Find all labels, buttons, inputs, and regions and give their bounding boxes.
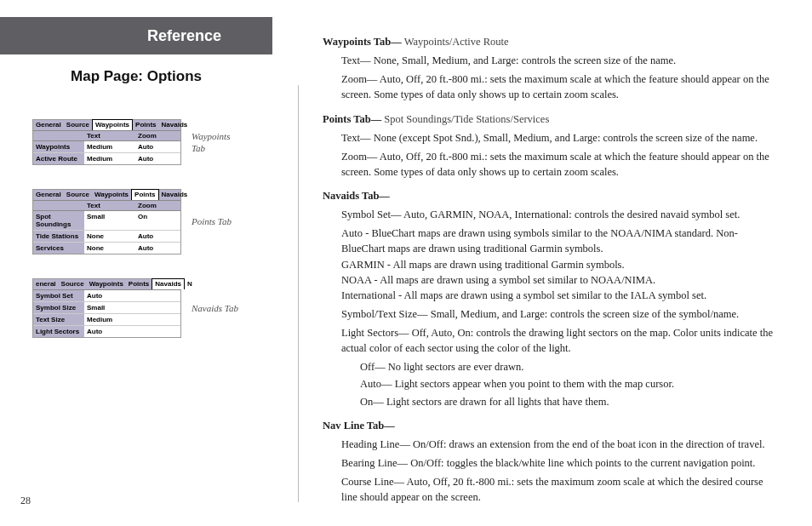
device-tab: Navaids [159, 120, 191, 130]
body-line: Auto - BlueChart maps are drawn using sy… [341, 227, 738, 254]
body-text: Course Line— Auto, Off, 20 ft.-800 mi.: … [341, 474, 778, 505]
row-label: Spot Soundings [33, 211, 84, 230]
body-text: Bearing Line— On/Off: toggles the black/… [341, 455, 778, 471]
screenshot-caption: Waypoints Tab [192, 130, 243, 155]
row-zoom: Auto [135, 141, 178, 152]
body-line: NOAA - All maps are drawn using a symbol… [341, 274, 655, 286]
row-zoom: Auto [135, 153, 178, 164]
device-row: Tide Stations None Auto [33, 231, 180, 243]
section-subtitle: Spot Soundings/Tide Stations/Services [381, 113, 549, 125]
col-blank [33, 201, 84, 210]
section-title: Navaids Tab— [323, 190, 390, 202]
body-text: Zoom— Auto, Off, 20 ft.-800 mi.: sets th… [341, 71, 778, 102]
row-val: Small [84, 302, 178, 313]
row-label: Waypoints [33, 141, 84, 152]
device-row: Active Route Medium Auto [33, 153, 180, 164]
screenshot-caption: Points Tab [192, 215, 243, 227]
section-navline: Nav Line Tab— Heading Line— On/Off: draw… [323, 418, 778, 506]
screenshot-row-waypoints: General Source Waypoints Points Navaids … [32, 119, 272, 165]
screenshot-row-points: General Source Waypoints Points Navaids … [32, 189, 272, 254]
page-root: Reference Map Page: Options General Sour… [0, 0, 812, 526]
device-header: Text Zoom [33, 201, 180, 211]
page-number: 28 [20, 495, 31, 507]
row-val: Auto [84, 290, 178, 301]
device-tabs: eneral Source Waypoints Points Navaids N [33, 279, 180, 290]
section-title: Nav Line Tab— [323, 420, 395, 432]
row-val: Auto [84, 326, 178, 337]
body-text-sub: Auto— Light sectors appear when you poin… [360, 376, 778, 392]
col-text: Text [84, 201, 135, 210]
device-tabs: General Source Waypoints Points Navaids [33, 120, 180, 131]
body-line: GARMIN - All maps are drawn using tradit… [341, 259, 625, 271]
right-column: Waypoints Tab— Waypoints/Active Route Te… [299, 0, 812, 526]
device-tab: N [185, 279, 195, 289]
device-tabs: General Source Waypoints Points Navaids [33, 190, 180, 201]
device-tab: General [33, 120, 64, 130]
body-text: Auto - BlueChart maps are drawn using sy… [341, 226, 778, 303]
row-label: Symbol Size [33, 302, 84, 313]
body-text: Heading Line— On/Off: draws an extension… [341, 437, 778, 452]
body-text-sub: Off— No light sectors are ever drawn. [360, 359, 778, 374]
row-label: Text Size [33, 314, 84, 325]
reference-bar: Reference [0, 17, 272, 54]
body-text: Zoom— Auto, Off, 20 ft.-800 mi.: sets th… [341, 149, 778, 180]
body-text-sub: On— Light sectors are drawn for all ligh… [360, 394, 778, 409]
page-subtitle: Map Page: Options [0, 68, 272, 85]
device-row: Symbol Set Auto [33, 290, 180, 302]
device-header: Text Zoom [33, 131, 180, 141]
row-text: Medium [84, 141, 135, 152]
row-text: None [84, 243, 135, 254]
device-tab: Waypoints [87, 279, 126, 289]
row-zoom: Auto [135, 231, 178, 242]
col-zoom: Zoom [135, 131, 178, 140]
body-text: Symbol/Text Size— Small, Medium, and Lar… [341, 306, 778, 322]
device-tab-selected: Points [131, 189, 158, 200]
screenshot-stack: General Source Waypoints Points Navaids … [0, 119, 272, 338]
row-text: None [84, 231, 135, 242]
body-text: Light Sectors— Off, Auto, On: controls t… [341, 325, 778, 356]
row-label: Tide Stations [33, 231, 84, 242]
device-tab: eneral [33, 279, 59, 289]
screenshot-caption: Navaids Tab [192, 302, 243, 314]
row-val: Medium [84, 314, 178, 325]
row-label: Light Sectors [33, 326, 84, 337]
device-tab: Source [64, 120, 92, 130]
col-zoom: Zoom [135, 201, 178, 210]
body-line: International - All maps are drawn using… [341, 289, 706, 301]
col-text: Text [84, 131, 135, 140]
row-label: Symbol Set [33, 290, 84, 301]
device-tab: Waypoints [92, 190, 131, 200]
section-title: Waypoints Tab— [323, 36, 402, 48]
row-text: Small [84, 211, 135, 230]
body-text: Symbol Set— Auto, GARMIN, NOAA, Internat… [341, 207, 778, 222]
section-title: Points Tab— [323, 113, 381, 125]
row-text: Medium [84, 153, 135, 164]
device-row: Services None Auto [33, 243, 180, 254]
section-subtitle: Waypoints/Active Route [402, 36, 509, 48]
device-tab: Points [133, 120, 158, 130]
screenshot-row-navaids: eneral Source Waypoints Points Navaids N… [32, 278, 272, 338]
row-label: Services [33, 243, 84, 254]
left-column: Reference Map Page: Options General Sour… [0, 0, 298, 526]
device-row: Light Sectors Auto [33, 326, 180, 337]
device-tab: Source [59, 279, 87, 289]
device-tab: Points [126, 279, 152, 289]
section-navaids: Navaids Tab— Symbol Set— Auto, GARMIN, N… [323, 188, 778, 409]
device-tab-selected: Waypoints [92, 119, 133, 130]
col-blank [33, 131, 84, 140]
body-text: Text— None, Small, Medium, and Large: co… [341, 53, 778, 68]
device-tab: Source [64, 190, 92, 200]
device-row: Symbol Size Small [33, 302, 180, 314]
device-tab: Navaids [159, 190, 191, 200]
row-label: Active Route [33, 153, 84, 164]
device-waypoints: General Source Waypoints Points Navaids … [32, 119, 181, 165]
section-points: Points Tab— Spot Soundings/Tide Stations… [323, 111, 778, 180]
device-row: Text Size Medium [33, 314, 180, 326]
body-text: Text— None (except Spot Snd.), Small, Me… [341, 130, 778, 146]
device-row: Spot Soundings Small On [33, 211, 180, 231]
row-zoom: On [135, 211, 178, 230]
device-navaids: eneral Source Waypoints Points Navaids N… [32, 278, 181, 338]
device-tab: General [33, 190, 64, 200]
device-tab-selected: Navaids [152, 278, 185, 289]
device-points: General Source Waypoints Points Navaids … [32, 189, 181, 254]
